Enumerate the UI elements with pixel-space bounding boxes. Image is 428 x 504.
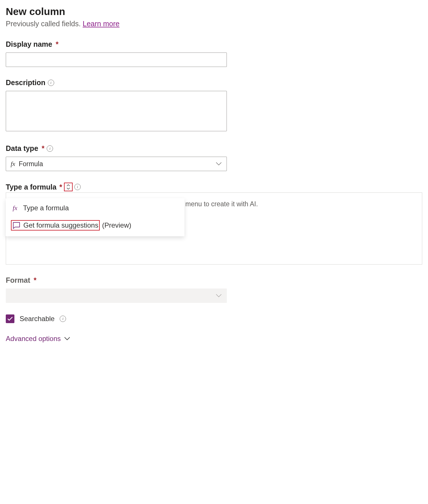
info-icon[interactable]: i (47, 145, 53, 152)
required-indicator: * (59, 183, 62, 191)
advanced-options-label: Advanced options (6, 335, 61, 343)
display-name-label: Display name * (6, 40, 422, 48)
learn-more-link[interactable]: Learn more (83, 20, 120, 28)
info-icon[interactable]: i (48, 80, 54, 86)
panel-title: New column (6, 6, 422, 17)
advanced-options-toggle[interactable]: Advanced options (6, 335, 422, 343)
subtitle-text: Previously called fields. (6, 20, 83, 28)
description-label: Description i (6, 78, 422, 87)
format-label-text: Format (6, 276, 30, 284)
display-name-input[interactable] (6, 53, 227, 67)
description-input[interactable] (6, 91, 227, 131)
highlight-box: Get formula suggestions (11, 220, 100, 231)
searchable-label: Searchable (20, 315, 54, 323)
check-icon (7, 316, 13, 321)
info-icon[interactable]: i (74, 184, 81, 190)
format-label: Format * (6, 276, 422, 284)
data-type-label: Data type * i (6, 144, 422, 153)
formula-label-text: Type a formula (6, 183, 56, 191)
required-indicator: * (34, 276, 37, 284)
formula-mode-toggle[interactable] (64, 183, 73, 191)
data-type-select[interactable]: fx Formula (6, 157, 227, 171)
preview-suffix: (Preview) (102, 221, 131, 229)
formula-placeholder-fragment: menu to create it with AI. (185, 200, 258, 208)
formula-dropdown-menu: fx Type a formula Get formula suggestion… (6, 198, 184, 236)
info-icon[interactable]: i (60, 316, 66, 322)
description-label-text: Description (6, 78, 46, 87)
chevron-up-down-icon (66, 184, 70, 190)
data-type-label-text: Data type (6, 144, 38, 153)
chevron-down-icon (64, 337, 70, 340)
data-type-value: Formula (19, 160, 43, 168)
format-select (6, 288, 227, 303)
required-indicator: * (42, 144, 45, 153)
dropdown-item-ai-label: Get formula suggestions (23, 221, 98, 229)
searchable-checkbox[interactable] (6, 314, 14, 323)
display-name-label-text: Display name (6, 40, 52, 48)
dropdown-item-ai-suggestions[interactable]: Get formula suggestions (Preview) (6, 216, 184, 235)
fx-icon: fx (11, 160, 15, 168)
dropdown-item-label: Type a formula (23, 204, 69, 212)
fx-icon: fx (11, 204, 19, 212)
required-indicator: * (56, 40, 59, 48)
dropdown-item-type-formula[interactable]: fx Type a formula (6, 200, 184, 216)
chat-icon (13, 222, 20, 229)
panel-subtitle: Previously called fields. Learn more (6, 20, 422, 28)
formula-label: Type a formula * i (6, 183, 422, 191)
